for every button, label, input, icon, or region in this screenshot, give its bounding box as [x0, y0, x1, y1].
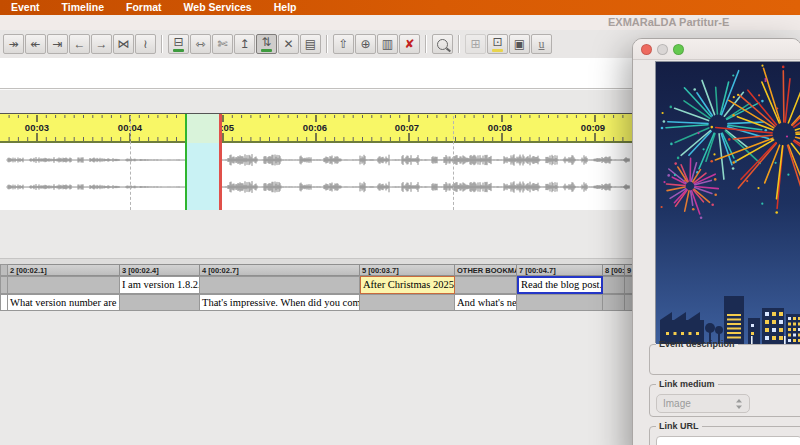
waveform-tool-icon[interactable]: ≀ [135, 34, 156, 54]
event-cell-tier-row-1[interactable]: Read the blog post. [517, 276, 603, 294]
close-button[interactable] [641, 44, 652, 55]
toolbar-separator [161, 35, 163, 53]
move-event-right-icon[interactable]: → [91, 34, 112, 54]
shift-boundary-right-icon[interactable]: ↠ [3, 34, 24, 54]
partitur-grid: 2 [00:02.1]3 [00:02.4]4 [00:02.7]5 [00:0… [0, 264, 640, 313]
toolbar-glyph: ✘ [404, 38, 414, 50]
fireworks-image-preview [655, 61, 800, 343]
ruler-label: 00:08 [480, 122, 520, 133]
delete-timeline-item-icon[interactable]: ✕ [278, 34, 299, 54]
toolbar-separator [458, 35, 460, 53]
timeline-item-header[interactable]: 5 [00:03.7] [360, 264, 455, 276]
menu-item-web-services[interactable]: Web Services [173, 0, 263, 15]
toolbar-glyph: ↥ [239, 38, 249, 50]
timeline-item-header[interactable]: 4 [00:02.7] [200, 264, 360, 276]
toolbar-glyph: ⊕ [360, 38, 370, 50]
tier-columns-icon[interactable]: ▥ [377, 34, 398, 54]
move-event-left-icon[interactable]: ← [69, 34, 90, 54]
accent-bar [492, 49, 503, 52]
event-cell-tier-row-1[interactable]: After Christmas 2025. [360, 276, 455, 294]
open-audio-window-icon[interactable]: ⊡ [487, 34, 508, 54]
link-medium-dropdown[interactable]: Image [656, 394, 750, 413]
dropdown-chevrons-icon [735, 398, 743, 410]
link-medium-fieldset: Link medium Image [649, 379, 800, 417]
zoom-tool-icon[interactable] [432, 34, 453, 54]
toolbar-glyph: ⇅ [261, 36, 271, 48]
timeline-item-header[interactable]: 2 [00:02.1] [8, 264, 120, 276]
tier-label-column [0, 294, 8, 312]
expand-selection-icon[interactable]: ⇅ [256, 34, 277, 54]
link-medium-label: Link medium [656, 379, 718, 389]
dialog-titlebar[interactable] [633, 39, 800, 60]
minimize-button[interactable] [657, 44, 668, 55]
timeline-item-header[interactable]: OTHER BOOKMARK [455, 264, 517, 276]
toolbar-glyph: ▣ [514, 38, 525, 50]
empty-cell[interactable] [517, 294, 603, 312]
underline-format-button[interactable]: u [531, 34, 552, 54]
event-cell-tier-row-2[interactable]: And what's new? [455, 294, 517, 312]
empty-cell[interactable] [8, 276, 120, 294]
paste-event-icon[interactable]: ⊕ [355, 34, 376, 54]
empty-cell[interactable] [455, 276, 517, 294]
merge-events-icon[interactable]: ⋈ [113, 34, 134, 54]
toolbar-glyph: ← [74, 38, 86, 50]
link-medium-value: Image [663, 398, 691, 409]
selection-end-line[interactable] [219, 114, 222, 210]
waveform-panel[interactable] [0, 143, 632, 210]
ruler-label: 00:09 [573, 122, 613, 133]
delete-selection-icon[interactable]: ✘ [399, 34, 420, 54]
selection-highlight-waveform [186, 143, 219, 210]
empty-cell[interactable] [603, 294, 625, 312]
toolbar-separator [425, 35, 427, 53]
toolbar-glyph: ⇿ [195, 38, 205, 50]
copy-event-icon[interactable]: ⇧ [333, 34, 354, 54]
toolbar-glyph: u [539, 38, 545, 50]
event-description-fieldset: Event description [649, 339, 800, 375]
accent-bar [261, 49, 272, 52]
empty-cell[interactable] [603, 276, 625, 294]
open-window-icon[interactable]: ⊞ [465, 34, 486, 54]
insert-event-icon[interactable]: ⊟ [168, 34, 189, 54]
empty-cell[interactable] [200, 276, 360, 294]
toolbar-glyph: ⊞ [470, 38, 480, 50]
toolbar-glyph: ⊟ [173, 36, 183, 48]
toolbar-glyph: → [96, 38, 108, 50]
timeline-item-header[interactable]: 3 [00:02.4] [120, 264, 200, 276]
menu-item-timeline[interactable]: Timeline [51, 0, 115, 15]
resize-event-icon[interactable]: ⇿ [190, 34, 211, 54]
magnifier-glyph [437, 39, 448, 50]
shift-boundary-left-icon[interactable]: ↞ [25, 34, 46, 54]
toolbar-glyph: ▤ [305, 38, 316, 50]
snap-to-right-icon[interactable]: ⇥ [47, 34, 68, 54]
title-strip: EXMARaLDA Partitur-E [0, 15, 800, 31]
empty-cell[interactable] [360, 294, 455, 312]
timeline-item-header[interactable]: 7 [00:04.7] [517, 264, 603, 276]
menu-item-event[interactable]: Event [0, 0, 51, 15]
tier-label-column [0, 276, 8, 294]
selection-start-line[interactable] [185, 114, 187, 210]
open-video-window-icon[interactable]: ▣ [509, 34, 530, 54]
link-url-input[interactable] [656, 436, 800, 445]
menu-item-help[interactable]: Help [263, 0, 308, 15]
event-description-label: Event description [656, 339, 738, 349]
event-cell-tier-row-2[interactable]: What version number are you? [8, 294, 120, 312]
tier-label-column [0, 264, 8, 276]
empty-cell[interactable] [120, 294, 200, 312]
toolbar-glyph: ↠ [8, 38, 18, 50]
menu-item-format[interactable]: Format [115, 0, 173, 15]
event-cell-tier-row-2[interactable]: That's impressive. When did you come out… [200, 294, 360, 312]
ruler-label: 00:07 [387, 122, 427, 133]
selection-highlight-ruler [186, 114, 219, 143]
toolbar-separator [326, 35, 328, 53]
toolbar-glyph: ⇧ [338, 38, 348, 50]
insert-timeline-item-icon[interactable]: ↥ [234, 34, 255, 54]
ruler-label: 00:06 [295, 122, 335, 133]
split-event-icon[interactable]: ✄ [212, 34, 233, 54]
event-cell-tier-row-1[interactable]: I am version 1.8.2. [120, 276, 200, 294]
zoom-button[interactable] [673, 44, 684, 55]
timeline-ruler[interactable]: 00:0300:0400:0500:0600:0700:0800:09 [0, 113, 632, 143]
timeline-guide-line [453, 116, 454, 210]
speaker-table-icon[interactable]: ▤ [300, 34, 321, 54]
timeline-guide-line [130, 116, 131, 210]
timeline-item-header[interactable]: 8 [00:05 [603, 264, 625, 276]
